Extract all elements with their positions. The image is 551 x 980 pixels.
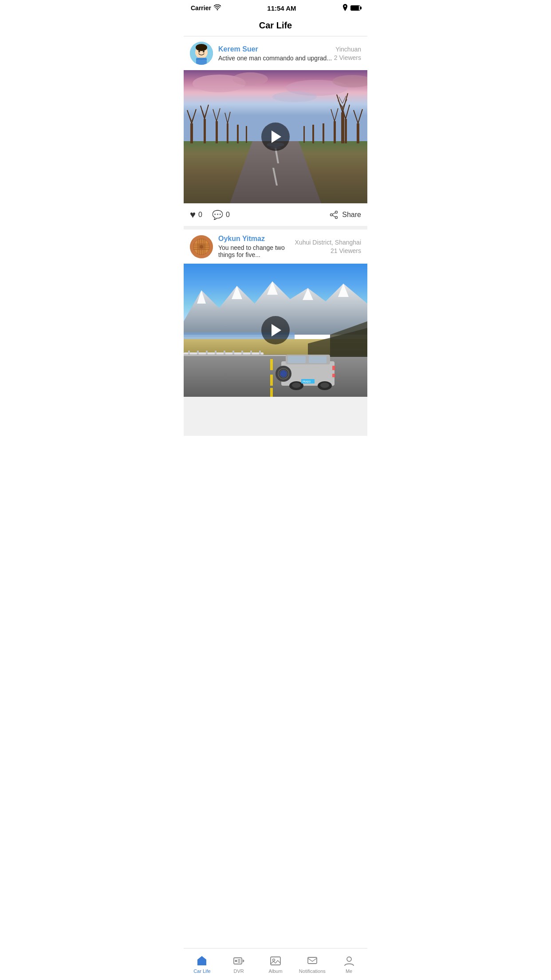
- heart-icon: ♥: [190, 209, 196, 221]
- status-time: 11:54 AM: [267, 4, 296, 12]
- post-card: Kerem Suer Active one man commando and u…: [184, 36, 367, 226]
- post-location-info-2: Xuhui District, Shanghai 21 Viewers: [295, 239, 361, 254]
- share-icon: [330, 210, 338, 219]
- comment-action-1[interactable]: 💬 0: [212, 209, 230, 220]
- feed: Kerem Suer Active one man commando and u…: [184, 36, 367, 436]
- svg-rect-37: [357, 123, 359, 143]
- svg-point-111: [280, 370, 287, 377]
- svg-rect-41: [312, 125, 314, 143]
- svg-rect-98: [270, 375, 273, 386]
- svg-rect-22: [227, 123, 228, 143]
- comment-count-1: 0: [226, 211, 230, 219]
- location-icon: [342, 4, 348, 12]
- svg-rect-97: [270, 359, 273, 370]
- svg-point-75: [200, 245, 203, 249]
- svg-rect-106: [309, 356, 327, 363]
- svg-rect-99: [270, 388, 273, 397]
- post-meta: Kerem Suer Active one man commando and u…: [218, 45, 334, 62]
- svg-point-4: [203, 51, 205, 53]
- avatar-2[interactable]: [190, 235, 213, 258]
- battery-icon: [350, 5, 360, 11]
- svg-rect-24: [246, 126, 247, 143]
- status-bar: Carrier 11:54 AM: [184, 0, 367, 16]
- svg-rect-105: [288, 356, 306, 363]
- svg-marker-96: [184, 355, 367, 397]
- svg-point-114: [292, 383, 301, 388]
- post-meta-2: Oykun Yitmaz You need to change two thin…: [218, 235, 295, 258]
- post-description-2: You need to change two things for five..…: [218, 244, 295, 258]
- status-right: [342, 4, 360, 12]
- svg-line-62: [332, 215, 335, 217]
- avatar[interactable]: [190, 42, 213, 65]
- svg-point-2: [196, 44, 207, 51]
- svg-rect-20: [204, 119, 206, 143]
- comment-icon: 💬: [212, 209, 223, 220]
- svg-rect-19: [190, 123, 193, 143]
- post-viewers-2: 21 Viewers: [331, 247, 361, 254]
- wifi-icon: [214, 4, 221, 12]
- play-button-1[interactable]: [261, 122, 290, 151]
- svg-rect-49: [341, 112, 344, 143]
- svg-line-61: [332, 213, 335, 214]
- svg-point-3: [198, 51, 200, 53]
- share-button-1[interactable]: Share: [330, 210, 361, 219]
- svg-rect-42: [303, 126, 305, 143]
- svg-rect-117: [332, 374, 335, 377]
- svg-point-60: [331, 214, 333, 216]
- svg-text:PRADO: PRADO: [303, 380, 311, 383]
- svg-rect-21: [216, 121, 218, 143]
- post-username-2[interactable]: Oykun Yitmaz: [218, 235, 295, 243]
- svg-rect-116: [332, 366, 335, 370]
- post-location-2: Xuhui District, Shanghai: [295, 239, 361, 246]
- svg-point-59: [335, 217, 338, 219]
- svg-point-11: [272, 91, 317, 102]
- app-header: Car Life: [184, 16, 367, 36]
- post-location: Yinchuan: [335, 46, 361, 53]
- play-button-2[interactable]: [261, 316, 290, 344]
- share-label-1: Share: [342, 211, 361, 219]
- video-thumbnail-1[interactable]: [184, 70, 367, 203]
- carrier-label: Carrier: [191, 4, 211, 12]
- post-description: Active one man commando and upgrad...: [218, 55, 334, 62]
- post-card-2: Oykun Yitmaz You need to change two thin…: [184, 229, 367, 397]
- status-left: Carrier: [191, 4, 221, 12]
- like-count-1: 0: [198, 211, 202, 219]
- svg-rect-39: [334, 121, 336, 143]
- svg-point-115: [320, 383, 329, 388]
- like-action-1[interactable]: ♥ 0: [190, 209, 202, 221]
- svg-rect-40: [323, 123, 324, 143]
- svg-point-8: [232, 72, 268, 86]
- svg-rect-23: [237, 125, 239, 143]
- svg-point-58: [335, 211, 338, 213]
- video-thumbnail-2[interactable]: PRADO: [184, 264, 367, 397]
- post-header: Kerem Suer Active one man commando and u…: [184, 36, 367, 70]
- svg-rect-38: [345, 119, 347, 143]
- app-title: Car Life: [184, 20, 367, 31]
- post-location-info: Yinchuan 2 Viewers: [334, 46, 361, 61]
- post-username[interactable]: Kerem Suer: [218, 45, 334, 53]
- post-header-2: Oykun Yitmaz You need to change two thin…: [184, 229, 367, 264]
- post-footer-1: ♥ 0 💬 0 Share: [184, 203, 367, 226]
- post-viewers: 2 Viewers: [334, 54, 361, 61]
